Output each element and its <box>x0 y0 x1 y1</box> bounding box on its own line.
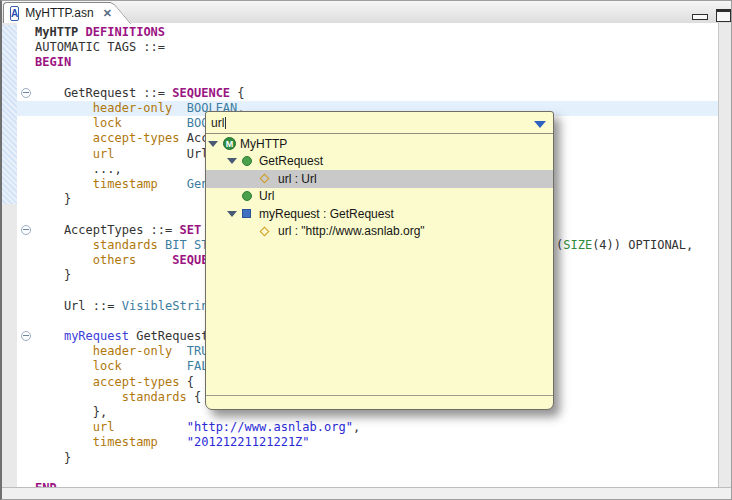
code-line[interactable]: AUTOMATIC TAGS ::= <box>35 40 165 55</box>
code-line[interactable]: } <box>35 451 71 466</box>
dropdown-arrow-icon[interactable] <box>534 121 546 128</box>
tree-item-label: url : Url <box>278 172 317 186</box>
collapse-fold-icon[interactable] <box>21 88 31 98</box>
code-line[interactable]: } <box>35 192 71 207</box>
code-line[interactable]: lock BOO <box>35 116 208 131</box>
code-line[interactable]: url "http://www.asnlab.org", <box>35 420 360 435</box>
tab-label: MyHTTP.asn <box>25 6 93 20</box>
value-icon <box>242 209 251 218</box>
tab-myhttp-asn[interactable]: A MyHTTP.asn ✕ <box>3 2 111 23</box>
outline-tree[interactable]: MMyHTTPGetRequesturl : UrlUrlmyRequest :… <box>206 135 553 395</box>
maximize-icon[interactable] <box>716 9 731 22</box>
text-caret <box>225 117 226 129</box>
collapse-fold-icon[interactable] <box>21 225 31 235</box>
field-icon <box>260 226 270 236</box>
close-icon[interactable]: ✕ <box>103 8 112 19</box>
code-line[interactable]: url Url <box>35 147 208 162</box>
type-icon <box>242 156 252 166</box>
horizontal-scrollbar-track[interactable] <box>2 487 731 499</box>
code-line[interactable]: timestamp Gen <box>35 177 208 192</box>
code-line[interactable]: MyHTTP DEFINITIONS <box>35 25 165 40</box>
tree-item-GetRequest[interactable]: GetRequest <box>206 153 553 171</box>
code-line[interactable]: }, <box>35 405 107 420</box>
code-line[interactable]: timestamp "20121221121221Z" <box>35 435 310 450</box>
popup-footer <box>206 395 553 409</box>
code-line[interactable]: standards { <box>35 390 201 405</box>
code-line[interactable]: ..., <box>35 162 122 177</box>
collapse-fold-icon[interactable] <box>21 331 31 341</box>
tree-item-url[interactable]: url : "http://www.asnlab.org" <box>206 223 553 241</box>
code-line[interactable]: accept-types { <box>35 375 194 390</box>
expanded-arrow-icon[interactable] <box>227 158 242 164</box>
code-line[interactable]: BEGIN <box>35 55 71 70</box>
tree-item-label: myRequest : GetRequest <box>259 207 394 221</box>
asn-file-icon: A <box>10 6 19 21</box>
code-line[interactable]: standards BIT STR(SIZE(4)) OPTIONAL, <box>35 238 216 253</box>
tree-item-label: GetRequest <box>259 154 323 168</box>
code-line[interactable]: header-only TRU <box>35 344 208 359</box>
filter-text: url <box>211 116 224 130</box>
code-line[interactable]: GetRequest ::= SEQUENCE { <box>35 86 245 101</box>
code-line[interactable]: myRequest GetRequest <box>35 329 208 344</box>
code-fragment-right-of-popup: (SIZE(4)) OPTIONAL, <box>556 238 693 253</box>
tree-item-Url[interactable]: Url <box>206 188 553 206</box>
outline-filter-input[interactable]: url <box>206 112 553 134</box>
tree-item-url[interactable]: url : Url <box>206 170 553 188</box>
code-line[interactable]: } <box>35 268 71 283</box>
module-icon: M <box>223 137 236 150</box>
field-icon <box>260 174 270 184</box>
tree-item-label: url : "http://www.asnlab.org" <box>278 224 425 238</box>
overview-ruler[interactable] <box>718 23 731 488</box>
quick-outline-popup: url MMyHTTPGetRequesturl : UrlUrlmyReque… <box>205 111 554 410</box>
annotation-ruler <box>2 23 17 488</box>
tab-bar: A MyHTTP.asn ✕ <box>2 1 731 24</box>
code-line[interactable]: Url ::= VisibleStrin <box>35 299 208 314</box>
type-icon <box>242 191 252 201</box>
code-line[interactable]: accept-types Acc <box>35 131 208 146</box>
expanded-arrow-icon[interactable] <box>208 141 223 147</box>
range-indicator <box>2 25 17 204</box>
code-line[interactable]: others SEQUENC <box>35 253 223 268</box>
tree-item-label: Url <box>259 189 274 203</box>
code-line[interactable]: AcceptTypes ::= SET <box>35 223 201 238</box>
tree-item-label: MyHTTP <box>240 137 287 151</box>
code-line[interactable]: lock FAL <box>35 359 208 374</box>
minimize-icon[interactable] <box>692 14 708 20</box>
editor-window: A MyHTTP.asn ✕ MyHTTP DEFINITIONSAUTOMAT… <box>0 0 732 500</box>
tree-item-MyHTTP[interactable]: MMyHTTP <box>206 135 553 153</box>
tree-item-myRequest[interactable]: myRequest : GetRequest <box>206 205 553 223</box>
expanded-arrow-icon[interactable] <box>227 211 242 217</box>
